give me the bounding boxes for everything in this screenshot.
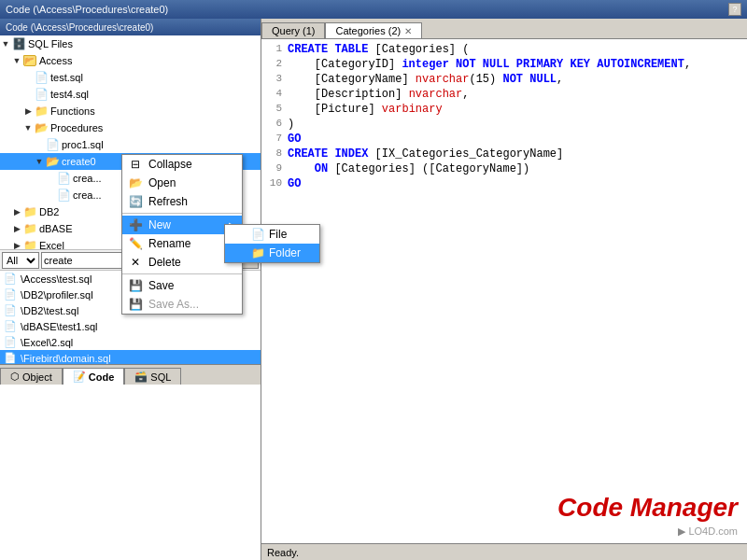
code-line: 1 CREATE TABLE [Categories] ( [265,43,743,58]
code-icon: 📝 [73,371,86,383]
db2-folder-icon: 📁 [22,204,37,219]
line-content: [CategoryID] integer NOT NULL PRIMARY KE… [288,58,743,73]
tab-label: Categories (2) [335,25,401,36]
tree-toggle[interactable]: ▶ [22,105,34,117]
tree-label: Procedures [50,122,103,133]
code-line: 6 ) [265,118,743,133]
file-icon: 📄 [4,304,17,316]
sql-icon: 🗃️ [134,371,148,383]
context-menu-label: Rename [148,237,190,250]
tree-label: Functions [50,105,95,117]
tree-item-access[interactable]: ▼ 📂 Access [0,52,261,69]
tree-item-test4-sql[interactable]: 📄 test4.sql [0,86,261,103]
tree-item-proc1[interactable]: 📄 proc1.sql [0,136,261,153]
context-menu-save[interactable]: 💾 Save [122,276,242,295]
tree-toggle[interactable]: ▼ [22,122,34,133]
tree-item-sql-files[interactable]: ▼ 🗄️ SQL Files [0,35,261,52]
context-menu-open[interactable]: 📂 Open [122,174,242,192]
tab-query[interactable]: Query (1) [261,22,325,38]
tree-label: crea... [73,189,102,201]
dbase-folder-icon: 📁 [22,221,37,236]
context-menu-label: Refresh [148,195,188,208]
line-content: [Picture] varbinary [288,103,743,118]
bottom-tabs: ⬡ Object 📝 Code 🗃️ SQL [0,364,261,385]
tree-toggle[interactable]: ▼ [0,38,11,49]
procedures-folder-icon: 📂 [34,120,49,135]
tab-object[interactable]: ⬡ Object [0,368,63,385]
file-icon: 📄 [4,288,17,301]
submenu-item-file[interactable]: 📄 File [225,225,319,244]
submenu: 📄 File 📁 Folder [224,224,320,263]
search-type-dropdown[interactable]: All DB2 Access [2,252,39,269]
object-icon: ⬡ [10,371,20,383]
tab-categories[interactable]: Categories (2) ✕ [325,22,422,38]
context-menu-label: New [148,218,171,231]
file-list-item[interactable]: 📄 \dBASE\test1.sql [0,318,261,334]
file-list-item[interactable]: 📄 \Excel\2.sql [0,334,261,350]
code-line: 4 [Description] nvarchar, [265,88,743,103]
tree-toggle[interactable]: ▶ [11,240,22,250]
line-number: 7 [265,133,288,147]
help-button[interactable]: ? [728,3,741,16]
tree-label: create0 [62,156,96,167]
line-number: 6 [265,118,288,133]
file-icon: 📄 [56,171,71,186]
context-menu-separator [122,273,242,274]
context-menu-label: Delete [148,256,181,269]
refresh-icon: 🔄 [126,192,145,211]
right-panel: Query (1) Categories (2) ✕ 1 CREATE TABL… [261,19,747,560]
tab-code[interactable]: 📝 Code [63,368,125,385]
line-content: CREATE INDEX [IX_Categories_CategoryName… [288,147,743,162]
main-container: Code (\Access\Procedures\create0) ? Code… [0,0,747,560]
submenu-label: File [269,228,287,241]
submenu-item-folder[interactable]: 📁 Folder [225,244,319,262]
line-content: ON [Categories] ([CategoryName]) [288,162,743,177]
tab-label: Object [22,371,52,383]
tree-toggle[interactable]: ▶ [11,206,22,217]
create0-folder-icon: 📂 [45,154,60,169]
save-as-icon: 💾 [126,295,145,314]
context-menu-label: Save [148,279,174,292]
tree-item-procedures[interactable]: ▼ 📂 Procedures [0,119,261,136]
tab-sql[interactable]: 🗃️ SQL [124,368,181,385]
context-menu-separator [122,213,242,214]
tree-label: test4.sql [50,89,89,100]
code-line: 8 CREATE INDEX [IX_Categories_CategoryNa… [265,147,743,162]
tree-toggle [45,173,56,184]
delete-icon: ✕ [126,253,145,272]
line-content: GO [288,177,743,192]
tab-close-button[interactable]: ✕ [404,26,412,36]
context-menu-collapse[interactable]: ⊟ Collapse [122,155,242,174]
file-icon: 📄 [4,352,17,364]
file-path: \DB2\test.sql [21,305,78,316]
file-list-item[interactable]: 📄 \Firebird\domain.sql [0,350,261,364]
tree-item-test-sql[interactable]: 📄 test.sql [0,69,261,86]
line-number: 9 [265,162,288,177]
tree-toggle[interactable]: ▶ [11,223,22,234]
folder-icon: 📁 [251,246,265,259]
code-line: 7 GO [265,133,743,147]
sql-files-icon: 🗄️ [11,36,26,51]
context-menu-label: Save As... [148,298,199,311]
tree-toggle [22,89,34,100]
file-icon: 📄 [4,336,17,348]
line-content: [Description] nvarchar, [288,88,743,103]
context-menu-refresh[interactable]: 🔄 Refresh [122,192,242,211]
title-bar-buttons: ? [728,3,741,16]
code-area[interactable]: 1 CREATE TABLE [Categories] ( 2 [Categor… [261,39,747,543]
tree-toggle[interactable]: ▼ [34,156,45,167]
context-menu-save-as[interactable]: 💾 Save As... [122,295,242,314]
tree-toggle[interactable]: ▼ [11,55,22,66]
content-area: Code (\Access\Procedures\create0) ▼ 🗄️ S… [0,19,747,560]
code-line: 10 GO [265,177,743,192]
file-icon: 📄 [56,188,71,203]
tree-item-functions[interactable]: ▶ 📁 Functions [0,103,261,119]
tree-label: DB2 [39,206,59,217]
line-number: 1 [265,43,288,58]
access-folder-icon: 📂 [22,53,37,68]
status-bar: Ready. [261,543,747,560]
left-panel-title: Code (\Access\Procedures\create0) [6,22,153,33]
tree-label: SQL Files [28,38,73,49]
collapse-icon: ⊟ [126,155,145,174]
line-number: 2 [265,58,288,73]
